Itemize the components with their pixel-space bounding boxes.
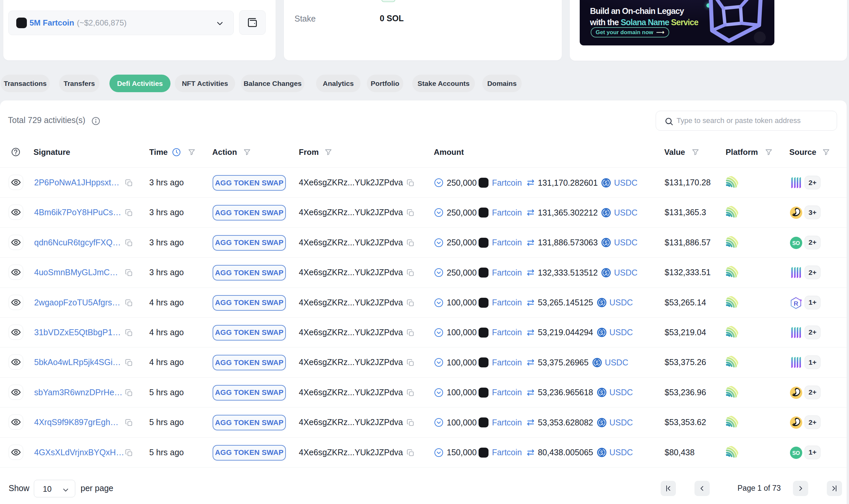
svg-text:SO: SO (792, 450, 800, 456)
svg-text:SO: SO (792, 240, 800, 246)
svg-text:R: R (794, 300, 798, 307)
